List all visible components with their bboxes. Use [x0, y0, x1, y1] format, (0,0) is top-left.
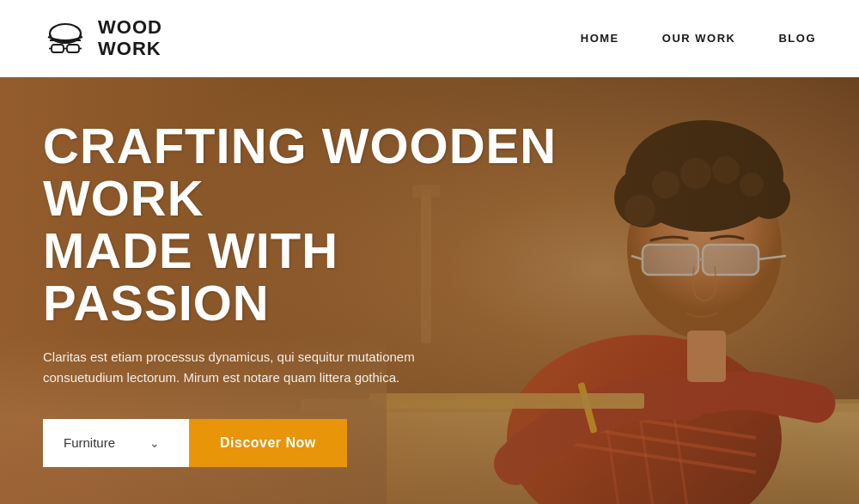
svg-rect-3 — [67, 45, 79, 52]
svg-rect-2 — [52, 45, 64, 52]
hero-subtitle: Claritas est etiam processus dynamicus, … — [43, 347, 455, 388]
hero-section: CRAFTING WOODEN WORK MADE WITH PASSION C… — [0, 77, 859, 504]
nav-blog[interactable]: BLOG — [778, 32, 816, 45]
logo-icon — [43, 16, 88, 61]
hero-content: CRAFTING WOODEN WORK MADE WITH PASSION C… — [43, 120, 576, 467]
chevron-down-icon: ⌄ — [149, 436, 160, 450]
logo[interactable]: WOOD WORK — [43, 16, 162, 61]
hero-title: CRAFTING WOODEN WORK MADE WITH PASSION — [43, 120, 576, 330]
category-dropdown[interactable]: Furniture ⌄ — [43, 419, 189, 467]
logo-text: WOOD WORK — [98, 17, 162, 58]
dropdown-value: Furniture — [64, 435, 115, 450]
nav-home[interactable]: HOME — [581, 32, 619, 45]
main-nav: HOME OUR WORK BLOG — [581, 32, 816, 45]
hero-actions: Furniture ⌄ Discover Now — [43, 419, 576, 467]
discover-now-button[interactable]: Discover Now — [189, 419, 347, 467]
nav-our-work[interactable]: OUR WORK — [662, 32, 736, 45]
site-header: WOOD WORK HOME OUR WORK BLOG — [0, 0, 859, 77]
